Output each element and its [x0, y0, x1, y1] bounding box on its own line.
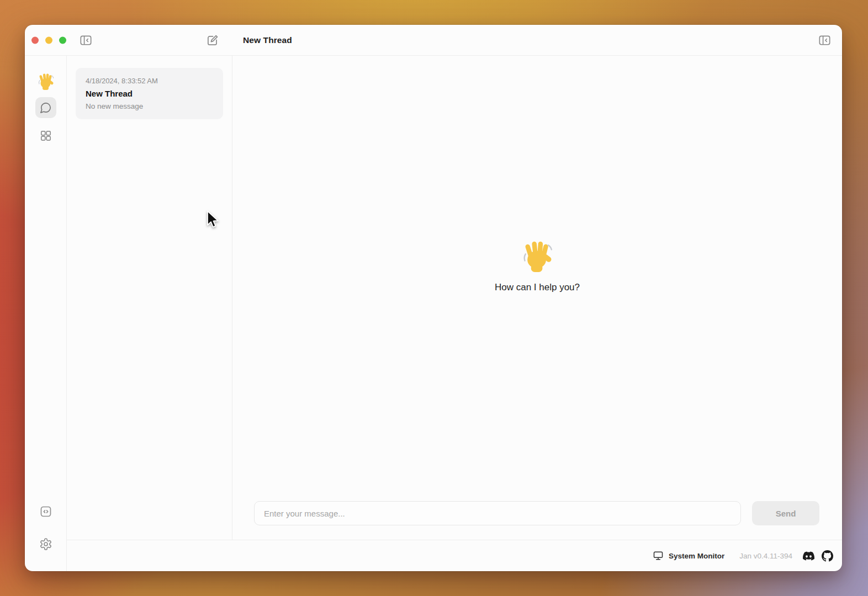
system-monitor-toggle[interactable]: System Monitor — [653, 550, 724, 561]
zoom-window-button[interactable] — [59, 36, 66, 44]
system-monitor-label: System Monitor — [669, 552, 724, 560]
message-composer: Send — [254, 501, 819, 525]
github-icon — [822, 550, 833, 562]
github-link[interactable] — [822, 550, 833, 562]
collapse-left-panel-icon[interactable] — [79, 33, 93, 47]
sidebar-item-hub[interactable] — [35, 125, 56, 146]
page-title: New Thread — [243, 35, 292, 45]
app-logo-wave-icon — [37, 72, 55, 90]
greeting-text: How can I help you? — [495, 282, 580, 293]
close-window-button[interactable] — [31, 36, 39, 44]
traffic-lights — [31, 36, 66, 44]
thread-timestamp: 4/18/2024, 8:33:52 AM — [86, 77, 213, 85]
monitor-icon — [653, 550, 664, 561]
thread-subtitle: No new message — [86, 102, 213, 110]
titlebar: New Thread — [25, 25, 842, 56]
wave-emoji-icon — [521, 239, 554, 272]
discord-link[interactable] — [803, 550, 814, 562]
chat-main-area: How can I help you? Send — [232, 56, 842, 540]
app-window: New Thread — [25, 25, 842, 571]
thread-title: New Thread — [86, 89, 213, 98]
grid-icon — [39, 129, 52, 142]
send-button[interactable]: Send — [752, 501, 819, 525]
sidebar-item-local-api-server[interactable] — [35, 501, 56, 522]
empty-state-greeting: How can I help you? — [232, 239, 842, 293]
chat-bubble-icon — [39, 102, 52, 114]
thread-list-item[interactable]: 4/18/2024, 8:33:52 AM New Thread No new … — [76, 68, 223, 119]
gear-icon — [39, 538, 52, 551]
code-brackets-icon — [39, 505, 52, 518]
sidebar-rail — [25, 56, 67, 571]
minimize-window-button[interactable] — [45, 36, 52, 44]
message-input[interactable] — [254, 501, 741, 525]
app-version-label: Jan v0.4.11-394 — [739, 552, 792, 560]
sidebar-item-threads[interactable] — [35, 97, 56, 118]
sidebar-item-settings[interactable] — [35, 534, 56, 555]
status-footer: System Monitor Jan v0.4.11-394 — [67, 540, 842, 571]
collapse-right-panel-icon[interactable] — [818, 33, 832, 47]
new-thread-compose-icon[interactable] — [205, 33, 220, 47]
discord-icon — [803, 550, 814, 562]
thread-list-panel: 4/18/2024, 8:33:52 AM New Thread No new … — [67, 56, 232, 540]
